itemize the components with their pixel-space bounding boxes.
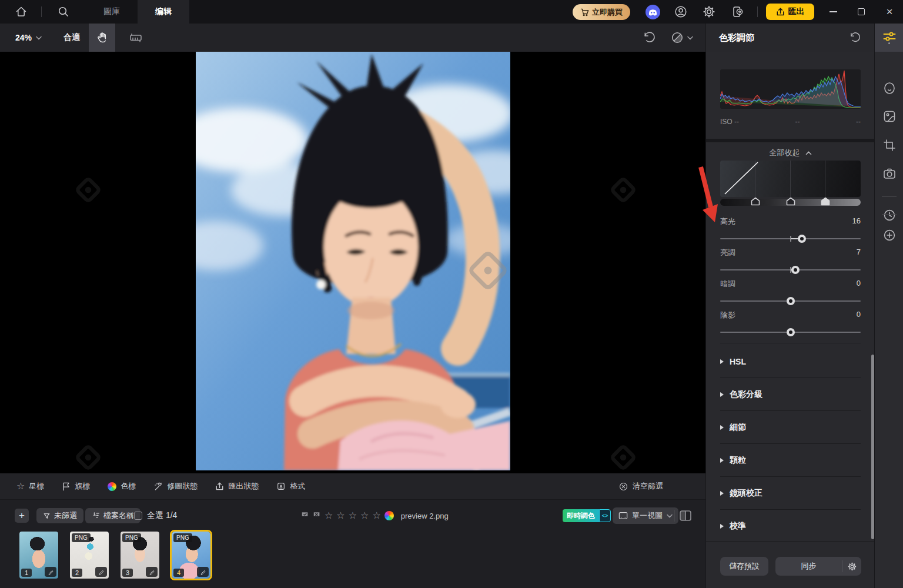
tab-edit[interactable]: 编辑 bbox=[138, 0, 189, 24]
slider-track[interactable] bbox=[720, 233, 861, 244]
edit-pencil-icon[interactable] bbox=[197, 567, 209, 577]
chevron-down-icon bbox=[36, 36, 42, 40]
unfiltered-dropdown[interactable]: 未篩選 bbox=[36, 508, 83, 523]
flag-reject-icon[interactable] bbox=[313, 512, 321, 520]
meta-dash: -- bbox=[856, 118, 861, 126]
add-photos-button[interactable]: + bbox=[15, 509, 29, 523]
live-color-badge[interactable]: 即時調色 <> bbox=[563, 509, 611, 522]
search-icon[interactable] bbox=[56, 5, 71, 19]
chevron-up-icon bbox=[805, 151, 812, 155]
slider-track[interactable] bbox=[720, 296, 861, 306]
tab-library[interactable]: 圖庫 bbox=[82, 0, 141, 24]
ruler-icon bbox=[129, 31, 143, 45]
close-button[interactable]: × bbox=[876, 0, 903, 24]
open-in-app-icon[interactable] bbox=[731, 5, 745, 19]
upload-icon bbox=[776, 8, 785, 16]
crop-tool-button[interactable] bbox=[875, 131, 903, 159]
fit-to-screen-button[interactable]: 合適 bbox=[63, 24, 80, 52]
thumbnail-3[interactable]: PNG 3 bbox=[121, 532, 159, 579]
sync-button[interactable]: 同步 bbox=[775, 561, 842, 572]
tone-curve[interactable] bbox=[720, 161, 861, 197]
edit-pencil-icon[interactable] bbox=[146, 567, 158, 577]
hand-tool-button[interactable] bbox=[89, 24, 115, 52]
user-account-icon[interactable] bbox=[674, 5, 688, 19]
sort-by-filename-dropdown[interactable]: 檔案名稱 bbox=[85, 508, 141, 523]
filters-tool-button[interactable] bbox=[875, 102, 903, 131]
export-button[interactable]: 匯出 bbox=[766, 4, 814, 20]
star-rating-icon[interactable]: ☆ bbox=[372, 511, 380, 520]
section-color-grading[interactable]: 色彩分級 bbox=[720, 378, 861, 410]
star-rating-icon[interactable]: ☆ bbox=[360, 511, 369, 520]
edit-pencil-icon[interactable] bbox=[45, 567, 56, 577]
split-view-button[interactable] bbox=[678, 509, 693, 523]
color-label-icon[interactable] bbox=[384, 511, 394, 520]
buy-now-button[interactable]: 立即購買 bbox=[573, 4, 630, 20]
chevron-right-icon bbox=[720, 392, 724, 397]
thumbnail-2[interactable]: PNG 2 bbox=[70, 532, 109, 579]
camera-raw-tool-button[interactable] bbox=[875, 159, 903, 188]
thumbnail-1[interactable]: 1 bbox=[19, 532, 58, 579]
slider-value: 0 bbox=[857, 310, 861, 320]
meta-dash: -- bbox=[795, 118, 800, 126]
filter-edit-status[interactable]: 修圖狀態 bbox=[153, 481, 198, 492]
thumb-number: 4 bbox=[173, 569, 184, 577]
add-tool-button[interactable] bbox=[875, 221, 903, 249]
slider-track[interactable] bbox=[720, 327, 861, 338]
minimize-button[interactable] bbox=[820, 0, 847, 24]
select-all-checkbox[interactable]: 全選 1/4 bbox=[134, 508, 177, 523]
adjustments-tool-button[interactable] bbox=[875, 24, 903, 52]
undo-icon[interactable] bbox=[642, 31, 656, 45]
filter-star[interactable]: ☆ 星標 bbox=[16, 481, 44, 492]
filter-export-status[interactable]: 匯出狀態 bbox=[215, 481, 259, 492]
save-preset-button[interactable]: 儲存預設 bbox=[720, 557, 768, 576]
thumb-number: 2 bbox=[72, 569, 82, 577]
portrait-retouch-tool-button[interactable] bbox=[875, 74, 903, 102]
zoom-level-dropdown[interactable]: 24% bbox=[15, 24, 42, 52]
star-rating-icon[interactable]: ☆ bbox=[349, 511, 357, 520]
slider-handle[interactable] bbox=[798, 235, 806, 243]
format-badge: PNG bbox=[72, 533, 91, 542]
panel-title: 色彩調節 bbox=[719, 32, 754, 44]
filter-format[interactable]: 格式 bbox=[276, 481, 305, 492]
filter-color-label[interactable]: 色標 bbox=[108, 481, 136, 492]
settings-gear-icon[interactable] bbox=[702, 5, 716, 19]
photo-preview bbox=[196, 52, 510, 470]
sync-settings-button[interactable] bbox=[842, 562, 861, 572]
section-hsl[interactable]: HSL bbox=[720, 345, 861, 377]
slider-value: 7 bbox=[857, 248, 861, 258]
discord-icon[interactable] bbox=[646, 5, 660, 19]
panel-reset-icon[interactable] bbox=[848, 31, 861, 44]
star-rating-icon[interactable]: ☆ bbox=[336, 511, 345, 520]
star-rating-icon[interactable]: ☆ bbox=[325, 511, 333, 520]
compare-view-dropdown[interactable] bbox=[670, 31, 693, 45]
home-icon[interactable] bbox=[14, 5, 28, 19]
section-calibration[interactable]: 校準 bbox=[720, 510, 861, 542]
watermark-icon bbox=[607, 173, 640, 206]
range-handle[interactable] bbox=[751, 197, 760, 206]
collapse-all-button[interactable]: 全部收起 bbox=[706, 148, 875, 158]
thumbnail-4-selected[interactable]: PNG 4 bbox=[172, 532, 210, 579]
range-handle[interactable] bbox=[786, 197, 795, 206]
titlebar-divider bbox=[41, 6, 42, 17]
filter-flag[interactable]: 旗標 bbox=[62, 481, 90, 492]
code-icon: <> bbox=[599, 509, 611, 522]
slider-handle[interactable] bbox=[787, 297, 795, 305]
flag-pick-icon[interactable] bbox=[301, 512, 309, 520]
view-mode-dropdown[interactable]: 單一視圖 bbox=[613, 507, 678, 524]
sync-button-group: 同步 bbox=[775, 557, 861, 576]
section-lens-correction[interactable]: 鏡頭校正 bbox=[720, 477, 861, 509]
color-adjust-panel: ISO -- -- -- 全部收起 高光16 亮調7 暗調0 陰影0 HSL bbox=[705, 52, 874, 588]
slider-handle[interactable] bbox=[787, 328, 795, 336]
checkbox-icon[interactable] bbox=[134, 512, 142, 520]
filter-bar: ☆ 星標 旗標 色標 修圖狀態 匯出狀態 格式 清空篩選 bbox=[0, 473, 705, 500]
slider-track[interactable] bbox=[720, 265, 861, 275]
section-detail[interactable]: 細節 bbox=[720, 411, 861, 443]
slider-handle[interactable] bbox=[791, 266, 800, 274]
ruler-tool-button[interactable] bbox=[122, 24, 149, 52]
range-handle[interactable] bbox=[821, 197, 830, 206]
edit-pencil-icon[interactable] bbox=[95, 567, 107, 577]
maximize-button[interactable] bbox=[848, 0, 875, 24]
clear-filters-button[interactable]: 清空篩選 bbox=[618, 481, 663, 492]
section-grain[interactable]: 顆粒 bbox=[720, 444, 861, 476]
flag-icon bbox=[62, 482, 71, 491]
